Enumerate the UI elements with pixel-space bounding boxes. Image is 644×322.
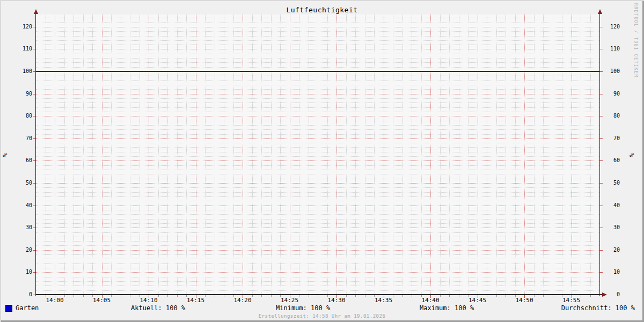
gridline-major-v (243, 14, 243, 295)
x-axis-minor-tick (365, 295, 365, 297)
gridline-minor-v (487, 14, 487, 295)
gridline-minor-v (355, 14, 356, 295)
gridline-minor-v (46, 14, 46, 295)
x-axis-minor-tick (309, 295, 309, 297)
y-axis-unit-left: % (2, 149, 9, 161)
y-axis-tick-label-left: 70 (10, 135, 32, 142)
gridline-major-h (36, 160, 599, 161)
x-axis-tick-label: 14:15 (184, 297, 208, 304)
gridline-major-h (36, 94, 599, 94)
gridline-minor-v (74, 14, 74, 295)
y-axis-tick-label-right: 20 (603, 247, 620, 253)
gridline-major-v (430, 14, 431, 295)
x-axis-minor-tick (534, 295, 535, 297)
gridline-minor-v (271, 14, 272, 295)
gridline-major-v (572, 14, 572, 295)
gridline-minor-v (158, 14, 159, 295)
gridline-minor-v (365, 14, 365, 295)
y-axis-tick-label-right: 50 (603, 180, 620, 186)
legend-row: Garten Aktuell: 100 % Minimum: 100 % Max… (0, 304, 644, 312)
gridline-minor-v (130, 14, 130, 295)
gridline-major-h (36, 116, 599, 116)
gridline-minor-v (318, 14, 318, 295)
gridline-minor-v (590, 14, 591, 295)
gridline-minor-v (553, 14, 553, 295)
gridline-minor-v (534, 14, 535, 295)
gridline-minor-v (167, 14, 168, 295)
gridline-minor-v (515, 14, 516, 295)
y-axis-tick-label-left: 50 (10, 180, 32, 186)
x-axis-minor-tick (553, 295, 553, 297)
x-axis-minor-tick (496, 295, 497, 297)
gridline-minor-v (543, 14, 544, 295)
rrdtool-graph: Luftfeuchtigkeit RRDTOOL / TOBI OETIKER … (0, 0, 644, 322)
y-axis-major-tick-left (33, 49, 35, 49)
x-axis-tick-label: 14:30 (325, 297, 348, 304)
gridline-major-h (36, 49, 599, 49)
gridline-minor-v (393, 14, 393, 295)
gridline-major-h (36, 27, 599, 27)
x-axis-minor-tick (412, 295, 412, 297)
rrdtool-watermark: RRDTOOL / TOBI OETIKER (633, 3, 638, 78)
gridline-major-v (524, 14, 525, 295)
gridline-minor-v (92, 14, 93, 295)
gridline-minor-v (215, 14, 215, 295)
y-axis-tick-label-right: 80 (603, 113, 620, 119)
x-axis-minor-tick (487, 295, 487, 297)
y-axis-tick-label-right: 60 (603, 157, 620, 164)
gridline-minor-v (581, 14, 581, 295)
y-axis-tick-label-left: 30 (10, 224, 32, 231)
gridline-minor-v (177, 14, 178, 295)
stat-maximum: Maximum: 100 % (420, 304, 474, 312)
y-axis-tick-label-left: 120 (10, 24, 32, 30)
graph-title: Luftfeuchtigkeit (0, 6, 644, 14)
y-axis-major-tick-left (33, 228, 35, 228)
gridline-major-v (384, 14, 384, 295)
gridline-minor-v (83, 14, 84, 295)
y-axis-tick-label-left: 20 (10, 247, 32, 253)
gridline-major-v (149, 14, 149, 295)
x-axis-tick-label: 14:25 (278, 297, 302, 304)
y-axis-major-tick-left (33, 160, 35, 161)
x-axis-minor-tick (252, 295, 253, 297)
y-axis-left-arrow-icon (34, 9, 38, 14)
x-axis-minor-tick (130, 295, 130, 297)
y-axis-major-tick-left (33, 94, 35, 94)
x-axis-tick-label: 14:00 (43, 297, 67, 304)
x-axis-minor-tick (346, 295, 347, 297)
x-axis-minor-tick (393, 295, 393, 297)
gridline-minor-v (449, 14, 450, 295)
y-axis-tick-label-right: 90 (603, 91, 620, 97)
x-axis-minor-tick (261, 295, 262, 297)
stat-aktuell: Aktuell: 100 % (131, 304, 185, 312)
data-line-garten (36, 71, 599, 72)
gridline-major-h (36, 183, 599, 184)
gridline-minor-v (140, 14, 140, 295)
gridline-minor-v (224, 14, 224, 295)
x-axis-tick-label: 14:50 (513, 297, 536, 304)
y-axis-right-arrow-icon (598, 9, 602, 14)
y-axis-tick-label-left: 90 (10, 91, 32, 97)
y-axis-tick-label-right: 100 (603, 68, 620, 75)
x-axis-minor-tick (224, 295, 224, 297)
y-axis-major-tick-left (33, 295, 35, 295)
x-axis-tick-label: 14:40 (419, 297, 442, 304)
y-axis-tick-label-right: 0 (603, 291, 620, 298)
y-axis-tick-label-left: 10 (10, 269, 32, 275)
x-axis-minor-tick (167, 295, 168, 297)
gridline-minor-v (459, 14, 459, 295)
y-axis-tick-label-left: 100 (10, 68, 32, 75)
x-axis-minor-tick (355, 295, 356, 297)
y-axis-tick-label-right: 30 (603, 224, 620, 231)
gridline-minor-v (309, 14, 309, 295)
stat-minimum: Minimum: 100 % (276, 304, 330, 312)
x-axis-tick-label: 14:05 (90, 297, 114, 304)
gridline-minor-v (506, 14, 506, 295)
x-axis-tick-label: 14:35 (372, 297, 396, 304)
gridline-minor-v (468, 14, 469, 295)
y-axis-tick-label-right: 40 (603, 202, 620, 209)
y-axis-left-line (35, 13, 36, 296)
x-axis-minor-tick (64, 295, 65, 297)
x-axis-minor-tick (271, 295, 272, 297)
y-axis-tick-label-right: 120 (603, 24, 620, 30)
